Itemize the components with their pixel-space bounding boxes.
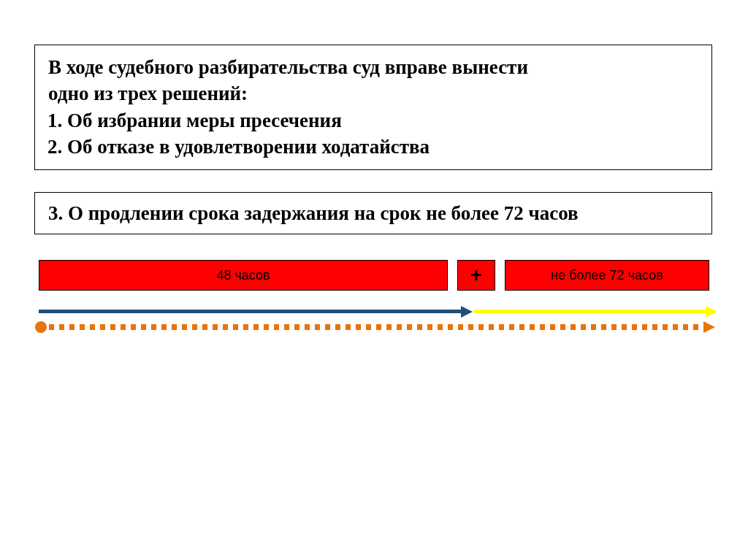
extension-box: 3. О продлении срока задержания на срок … [34,192,712,234]
arrow-blue [39,310,462,313]
decision-item-2: Об отказе в удовлетворении ходатайства [67,134,698,160]
segment-plus: + [457,260,495,291]
timeline-dots [49,324,701,330]
segment-72h-label: не более 72 часов [551,268,663,283]
decisions-box: В ходе судебного разбирательства суд впр… [34,45,712,170]
segment-72h: не более 72 часов [505,260,709,291]
intro-line-1: В ходе судебного разбирательства суд впр… [48,54,698,80]
extension-text: 3. О продлении срока задержания на срок … [48,202,579,224]
decisions-list: Об избрании меры пресечения Об отказе в … [48,107,698,161]
intro-line-2: одно из трех решений: [48,80,698,107]
timeline-end-arrow [703,321,715,333]
timeline-start-dot [35,321,47,333]
decision-item-1: Об избрании меры пресечения [67,107,698,134]
arrow-yellow [473,310,707,313]
segment-48h-label: 48 часов [216,268,270,283]
segment-48h: 48 часов [39,260,448,291]
dotted-timeline [39,324,711,331]
plus-sign: + [470,264,482,287]
